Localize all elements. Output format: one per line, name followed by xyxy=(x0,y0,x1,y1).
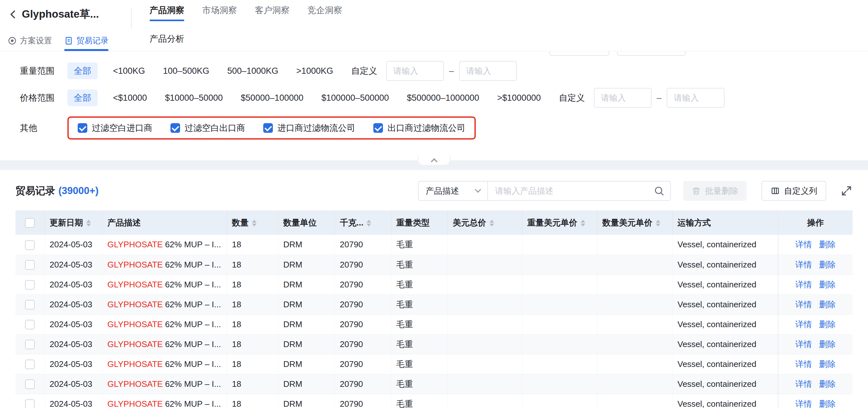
sort-icon[interactable] xyxy=(656,220,660,227)
subnav-item-trade-records[interactable]: 贸易记录 xyxy=(64,35,108,51)
detail-link[interactable]: 详情 xyxy=(796,280,812,289)
delete-link[interactable]: 删除 xyxy=(819,339,836,349)
sort-icon[interactable] xyxy=(367,220,371,227)
cell-actions: 详情删除 xyxy=(778,235,852,255)
weight-custom-max-input[interactable] xyxy=(459,61,517,81)
price-filter-option[interactable]: $100000–500000 xyxy=(321,93,389,103)
back-button[interactable] xyxy=(8,9,19,20)
delete-link[interactable]: 删除 xyxy=(819,280,836,289)
detail-link[interactable]: 详情 xyxy=(796,300,812,309)
price-filter-option[interactable]: >$1000000 xyxy=(497,93,541,103)
checkbox-checked-icon xyxy=(263,123,273,133)
sort-icon[interactable] xyxy=(252,220,256,227)
fullscreen-icon xyxy=(840,185,852,197)
row-checkbox[interactable] xyxy=(25,379,35,389)
delete-link[interactable]: 删除 xyxy=(819,319,836,329)
row-checkbox[interactable] xyxy=(25,260,35,270)
weight-filter-option[interactable]: 100–500KG xyxy=(163,66,209,76)
header-subnav: 方案设置贸易记录 xyxy=(8,35,131,51)
tab-market-insight[interactable]: 市场洞察 xyxy=(202,4,237,21)
column-header-usd_qty_unit[interactable]: 数量美元单价 xyxy=(597,210,672,235)
tab-product-analysis[interactable]: 产品分析 xyxy=(150,33,184,51)
cell-checkbox xyxy=(16,275,44,295)
column-header-kg[interactable]: 千克... xyxy=(335,210,391,235)
column-header-desc: 产品描述 xyxy=(102,210,227,235)
tab-competitor-insight[interactable]: 竞企洞察 xyxy=(308,4,342,21)
price-custom-option[interactable]: 自定义 xyxy=(559,92,585,104)
cell-actions: 详情删除 xyxy=(778,295,852,314)
column-header-usd_weight_unit[interactable]: 重量美元单价 xyxy=(522,210,597,235)
row-checkbox[interactable] xyxy=(25,360,35,369)
sort-icon[interactable] xyxy=(581,220,585,227)
filter-checkbox-item[interactable]: 进口商过滤物流公司 xyxy=(263,122,355,134)
weight-filter-option[interactable]: 500–1000KG xyxy=(227,66,278,76)
row-checkbox[interactable] xyxy=(25,240,35,250)
filter-checkbox-item[interactable]: 过滤空白出口商 xyxy=(170,122,245,134)
cell-usd_total xyxy=(447,374,522,394)
cell-qty_unit: DRM xyxy=(278,314,335,334)
row-checkbox[interactable] xyxy=(25,340,35,349)
desc-rest: 62% MUP – I... xyxy=(163,399,221,408)
select-all-checkbox[interactable] xyxy=(25,218,35,228)
desc-highlight: GLYPHOSATE xyxy=(107,300,163,309)
chevron-up-icon xyxy=(431,158,437,165)
column-header-actions: 操作 xyxy=(778,210,852,235)
price-custom-max-input[interactable] xyxy=(667,88,724,108)
column-header-qty[interactable]: 数量 xyxy=(227,210,278,235)
row-checkbox[interactable] xyxy=(25,300,35,309)
detail-link[interactable]: 详情 xyxy=(796,379,812,389)
filter-checkbox-item[interactable]: 出口商过滤物流公司 xyxy=(373,122,465,134)
detail-link[interactable]: 详情 xyxy=(796,260,812,269)
subnav-item-plan-settings[interactable]: 方案设置 xyxy=(8,35,52,51)
custom-columns-button[interactable]: 自定义列 xyxy=(762,181,826,201)
detail-link[interactable]: 详情 xyxy=(796,399,812,408)
weight-custom-min-input[interactable] xyxy=(386,61,444,81)
cell-desc: GLYPHOSATE 62% MUP – I... xyxy=(102,235,227,255)
tab-customer-insight[interactable]: 客户洞察 xyxy=(255,4,289,21)
weight-filter-option[interactable]: >1000KG xyxy=(296,66,333,76)
delete-link[interactable]: 删除 xyxy=(819,260,836,269)
search-field-select[interactable]: 产品描述 xyxy=(418,181,488,201)
cell-kg: 20790 xyxy=(335,235,391,255)
row-checkbox[interactable] xyxy=(25,280,35,290)
weight-custom-option[interactable]: 自定义 xyxy=(351,65,377,77)
detail-link[interactable]: 详情 xyxy=(796,339,812,349)
other-filter-checkbox-group: 过滤空白进口商过滤空白出口商进口商过滤物流公司出口商过滤物流公司 xyxy=(67,116,476,139)
detail-link[interactable]: 详情 xyxy=(796,240,812,249)
price-filter-option[interactable]: $50000–100000 xyxy=(241,93,303,103)
cell-desc: GLYPHOSATE 62% MUP – I... xyxy=(102,354,227,374)
weight-filter-option[interactable]: 全部 xyxy=(67,63,98,79)
column-header-usd_total[interactable]: 美元总价 xyxy=(447,210,522,235)
cell-date: 2024-05-03 xyxy=(44,275,102,295)
desc-highlight: GLYPHOSATE xyxy=(107,379,163,389)
batch-delete-button[interactable]: 批量删除 xyxy=(683,181,747,201)
sort-icon[interactable] xyxy=(86,220,91,227)
detail-link[interactable]: 详情 xyxy=(796,319,812,329)
cell-actions: 详情删除 xyxy=(778,314,852,334)
search-icon[interactable] xyxy=(654,185,664,196)
price-filter-option[interactable]: <$10000 xyxy=(113,93,147,103)
column-header-date[interactable]: 更新日期 xyxy=(44,210,102,235)
collapse-filters-button[interactable] xyxy=(417,155,451,166)
price-filter-option[interactable]: 全部 xyxy=(67,90,98,106)
search-input[interactable] xyxy=(488,181,671,201)
price-custom-min-input[interactable] xyxy=(594,88,652,108)
fullscreen-button[interactable] xyxy=(840,185,852,197)
detail-link[interactable]: 详情 xyxy=(796,359,812,369)
sort-icon[interactable] xyxy=(490,220,494,227)
tab-product-insight[interactable]: 产品洞察 xyxy=(150,4,184,21)
price-filter-option[interactable]: $10000–50000 xyxy=(165,93,223,103)
delete-link[interactable]: 删除 xyxy=(819,359,836,369)
weight-filter-option[interactable]: <100KG xyxy=(113,66,145,76)
price-filter-option[interactable]: $500000–1000000 xyxy=(407,93,479,103)
row-checkbox[interactable] xyxy=(25,399,35,408)
cell-usd_total xyxy=(447,354,522,374)
cell-usd_weight_unit xyxy=(522,314,597,334)
delete-link[interactable]: 删除 xyxy=(819,240,836,249)
delete-link[interactable]: 删除 xyxy=(819,379,836,389)
delete-link[interactable]: 删除 xyxy=(819,300,836,309)
cell-usd_qty_unit xyxy=(597,275,672,295)
row-checkbox[interactable] xyxy=(25,320,35,330)
filter-checkbox-item[interactable]: 过滤空白进口商 xyxy=(78,122,153,134)
delete-link[interactable]: 删除 xyxy=(819,399,836,408)
